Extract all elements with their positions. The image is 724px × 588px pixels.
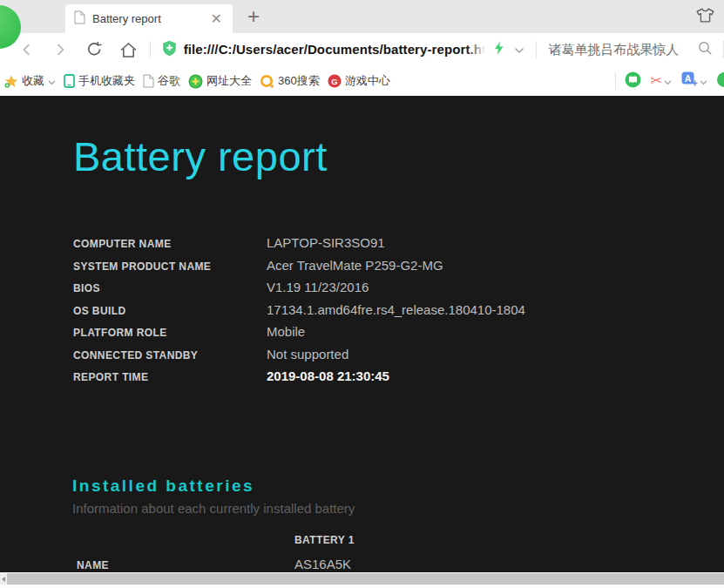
detail-row: BIOSV1.19 11/23/2016 — [73, 280, 525, 302]
detail-value: LAPTOP-SIR3SO91 — [267, 235, 385, 250]
bookmark-tools: ✂A — [612, 66, 724, 96]
navigation-bar: file:///C:/Users/acer/Documents/battery-… — [0, 33, 724, 66]
detail-row: COMPUTER NAMELAPTOP-SIR3SO91 — [73, 235, 525, 258]
detail-label: REPORT TIME — [73, 371, 267, 383]
bookmark-label: 游戏中心 — [345, 73, 390, 89]
detail-label: COMPUTER NAME — [73, 238, 267, 250]
refresh-icon — [85, 41, 104, 58]
detail-value: V1.19 11/23/2016 — [267, 280, 369, 294]
search-box[interactable]: 诸葛单挑吕布战果惊人 — [548, 41, 713, 59]
toolbar-tool[interactable]: A — [681, 71, 707, 91]
chevron-down-icon — [664, 73, 672, 89]
reader-icon — [625, 71, 641, 91]
tshirt-icon[interactable] — [696, 8, 714, 26]
document-icon — [74, 10, 85, 28]
detail-value: Mobile — [267, 324, 305, 339]
installed-batteries-heading: Installed batteries — [72, 476, 254, 496]
bookmark-label: 手机收藏夹 — [78, 73, 135, 89]
forward-icon — [52, 42, 68, 57]
bookmark-item[interactable]: 收藏 — [4, 73, 56, 89]
tab-battery-report[interactable]: Battery report ✕ — [65, 4, 233, 33]
bookmark-label: 360搜索 — [278, 73, 320, 89]
divider — [536, 41, 537, 58]
battery-rows: NAMEAS16A5K — [77, 557, 355, 572]
chevron-down-icon — [48, 75, 56, 88]
shield-plus-icon — [162, 40, 177, 60]
divider — [615, 72, 616, 90]
url-fade — [466, 42, 489, 57]
gamecenter-icon: G — [328, 74, 342, 88]
horizontal-scrollbar[interactable] — [0, 572, 724, 588]
close-icon[interactable]: ✕ — [209, 12, 224, 26]
webnav-icon — [188, 74, 203, 89]
lightning-icon[interactable] — [494, 41, 504, 59]
hot-search-text: 诸葛单挑吕布战果惊人 — [548, 42, 686, 58]
page-content: Battery report COMPUTER NAMELAPTOP-SIR3S… — [0, 96, 724, 572]
magnifier-icon[interactable] — [698, 41, 713, 59]
battery-row-value: AS16A5K — [294, 557, 351, 571]
detail-row: OS BUILD17134.1.amd64fre.rs4_release.180… — [73, 302, 525, 325]
address-bar[interactable]: file:///C:/Users/acer/Documents/battery-… — [162, 40, 524, 60]
detail-row: REPORT TIME2019-08-08 21:30:45 — [73, 368, 525, 391]
new-tab-button[interactable]: + — [247, 3, 260, 30]
svg-text:A: A — [685, 73, 692, 84]
svg-text:G: G — [331, 77, 337, 86]
bookmark-label: 谷歌 — [158, 73, 180, 89]
bookmark-label: 收藏 — [22, 73, 44, 89]
toolbar-tool[interactable] — [717, 72, 724, 91]
bookmark-item[interactable]: 360搜索 — [260, 73, 320, 89]
installed-batteries-subheading: Information about each currently install… — [72, 501, 355, 516]
bookmark-item[interactable]: 谷歌 — [143, 73, 180, 89]
system-details-table: COMPUTER NAMELAPTOP-SIR3SO91SYSTEM PRODU… — [73, 235, 525, 391]
search360-icon — [260, 74, 274, 89]
bookmark-items: 收藏手机收藏夹谷歌网址大全360搜索G游戏中心 — [4, 73, 398, 89]
tab-bar: Battery report ✕ + — [0, 0, 724, 33]
tool-items: ✂A — [625, 71, 724, 91]
detail-row: PLATFORM ROLEMobile — [73, 324, 525, 347]
detail-value: 17134.1.amd64fre.rs4_release.180410-1804 — [267, 302, 525, 317]
bookmark-item[interactable]: 手机收藏夹 — [64, 73, 135, 89]
battery-column-header: BATTERY 1 — [294, 534, 355, 557]
back-icon — [19, 42, 35, 57]
back-button[interactable] — [19, 42, 35, 57]
toolbar-tool[interactable] — [625, 71, 641, 91]
detail-row: CONNECTED STANDBYNot supported — [73, 347, 525, 369]
scrollbar-thumb[interactable] — [7, 573, 724, 585]
detail-label: OS BUILD — [73, 305, 267, 317]
refresh-button[interactable] — [85, 41, 104, 58]
divider — [150, 41, 151, 58]
chevron-down-icon[interactable] — [514, 42, 524, 57]
page-title: Battery report — [73, 132, 328, 180]
tab-title: Battery report — [92, 12, 209, 25]
forward-button[interactable] — [52, 42, 68, 57]
battery-row-label: NAME — [77, 559, 294, 571]
scroll-left-arrow[interactable] — [0, 573, 7, 585]
home-icon — [119, 42, 138, 58]
document-icon — [143, 74, 154, 88]
toolbar-tool[interactable]: ✂ — [651, 73, 672, 89]
phone-icon — [64, 74, 75, 88]
detail-row: SYSTEM PRODUCT NAMEAcer TravelMate P259-… — [73, 258, 525, 280]
bookmark-item[interactable]: 网址大全 — [188, 73, 252, 89]
clipped-tool-icon — [717, 72, 724, 91]
home-button[interactable] — [119, 42, 138, 58]
scissors-icon: ✂ — [651, 73, 662, 89]
battery-table: BATTERY 1 NAMEAS16A5K — [77, 534, 355, 572]
detail-value: Not supported — [267, 347, 348, 362]
chevron-down-icon — [700, 73, 707, 89]
bookmarks-bar: 收藏手机收藏夹谷歌网址大全360搜索G游戏中心 ✂A — [0, 66, 724, 96]
detail-label: CONNECTED STANDBY — [73, 349, 267, 362]
browser-window: Battery report ✕ + — [0, 0, 724, 588]
bookmark-label: 网址大全 — [206, 73, 252, 89]
detail-label: SYSTEM PRODUCT NAME — [73, 260, 267, 273]
star-favorites-icon — [4, 75, 18, 88]
detail-label: BIOS — [73, 282, 267, 294]
url-text: file:///C:/Users/acer/Documents/battery-… — [184, 42, 486, 57]
battery-row: NAMEAS16A5K — [77, 557, 355, 572]
bookmark-item[interactable]: G游戏中心 — [328, 73, 390, 89]
detail-value: Acer TravelMate P259-G2-MG — [267, 258, 443, 273]
url-field[interactable]: file:///C:/Users/acer/Documents/battery-… — [184, 42, 489, 57]
detail-value: 2019-08-08 21:30:45 — [267, 368, 389, 383]
translate-icon: A — [681, 71, 698, 91]
detail-label: PLATFORM ROLE — [73, 327, 267, 339]
